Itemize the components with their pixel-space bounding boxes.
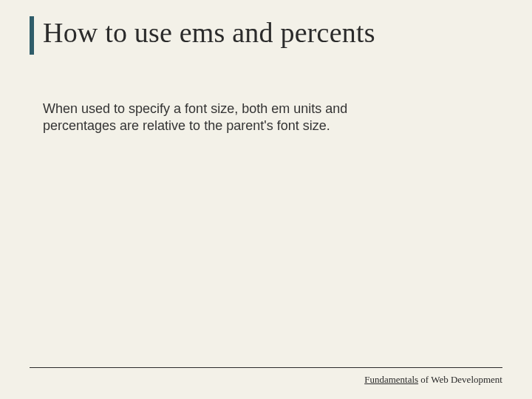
footer-first-word: Fundamentals: [364, 374, 418, 385]
slide: How to use ems and percents When used to…: [0, 0, 532, 399]
footer-text: Fundamentals of Web Development: [364, 374, 502, 386]
slide-title: How to use ems and percents: [43, 16, 502, 49]
title-accent-bar: [30, 16, 34, 55]
footer-divider: [30, 367, 502, 368]
footer-rest: of Web Development: [418, 374, 502, 385]
slide-body-text: When used to specify a font size, both e…: [43, 100, 390, 134]
